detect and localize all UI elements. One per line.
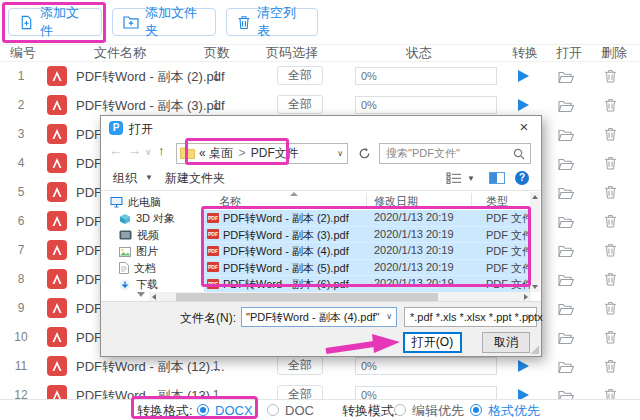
help-icon[interactable]: ? — [515, 171, 529, 185]
delete-button[interactable] — [604, 330, 617, 348]
delete-button[interactable] — [604, 301, 617, 319]
sidebar-item-downloads[interactable]: 下载 — [105, 277, 199, 294]
filetype-combobox[interactable]: *.pdf *.xls *.xlsx *.ppt *.pptx ∨ — [404, 307, 537, 327]
delete-button[interactable] — [604, 127, 617, 145]
pdf-mini-icon: PDF — [207, 213, 219, 223]
combo-caret-icon[interactable]: ∨ — [526, 308, 532, 326]
column-divider[interactable] — [471, 193, 472, 209]
open-folder-button[interactable] — [558, 128, 574, 146]
filename-combobox[interactable]: "PDF转Word - 副本 (4).pdf" "PD ∨ — [241, 307, 397, 327]
column-divider[interactable] — [366, 193, 367, 209]
refresh-button[interactable] — [353, 143, 375, 164]
open-folder-button[interactable] — [558, 215, 574, 233]
scroll-right-icon[interactable] — [524, 294, 528, 300]
dialog-titlebar[interactable]: P 打开 × — [101, 116, 541, 140]
address-dropdown-caret[interactable]: ∨ — [337, 144, 343, 163]
up-icon[interactable]: ↑ — [158, 143, 165, 158]
column-name[interactable]: 名称 — [219, 194, 241, 209]
delete-button[interactable] — [604, 272, 617, 290]
breadcrumb-desktop[interactable]: 桌面 — [209, 146, 233, 160]
column-type[interactable]: 类型 — [486, 194, 508, 209]
delete-button[interactable] — [604, 359, 617, 377]
resize-grip[interactable] — [531, 346, 539, 354]
preview-pane-icon[interactable] — [489, 172, 505, 184]
forward-icon[interactable]: → — [128, 143, 141, 158]
sidebar-item-this-pc[interactable]: 此电脑 — [105, 194, 199, 211]
vertical-scrollbar[interactable] — [530, 192, 540, 292]
scroll-up-icon[interactable] — [532, 195, 538, 199]
file-row-selected[interactable]: PDF PDF转Word - 副本 (2).pdf 2020/1/13 20:1… — [204, 210, 530, 227]
sidebar-item-pictures[interactable]: 图片 — [105, 244, 199, 261]
page-select-button[interactable]: 全部 — [277, 66, 323, 85]
radio-docx-label[interactable]: DOCX — [215, 400, 253, 420]
search-input[interactable]: 搜索"PDF文件" — [379, 143, 531, 164]
pdf-file-icon — [47, 95, 67, 115]
scrollbar-thumb[interactable] — [176, 293, 438, 301]
radio-doc-label[interactable]: DOC — [285, 400, 314, 420]
folder-plus-icon — [123, 15, 139, 29]
scroll-down-icon[interactable] — [532, 285, 538, 289]
new-folder-button[interactable]: 新建文件夹 — [165, 170, 225, 187]
file-row-selected[interactable]: PDF PDF转Word - 副本 (6).pdf 2020/1/13 20:1… — [204, 276, 530, 293]
file-row-selected[interactable]: PDF PDF转Word - 副本 (3).pdf 2020/1/13 20:1… — [204, 227, 530, 244]
address-bar[interactable]: « 桌面 > PDF文件 ∨ — [176, 143, 348, 164]
convert-play-button[interactable] — [518, 360, 529, 372]
delete-button[interactable] — [604, 98, 617, 116]
radio-docx[interactable] — [197, 404, 209, 416]
open-folder-button[interactable] — [558, 186, 574, 204]
file-type: PDF 文件 — [486, 277, 533, 292]
file-row-selected[interactable]: PDF PDF转Word - 副本 (5).pdf 2020/1/13 20:1… — [204, 260, 530, 277]
scroll-left-icon[interactable] — [152, 294, 156, 300]
add-folder-button[interactable]: 添加文件夹 — [112, 8, 216, 36]
cancel-button[interactable]: 取消 — [482, 332, 530, 353]
open-folder-button[interactable] — [558, 157, 574, 175]
radio-edit-priority-label[interactable]: 编辑优先 — [412, 400, 464, 420]
open-folder-icon — [558, 216, 574, 229]
delete-button[interactable] — [604, 185, 617, 203]
clear-list-button[interactable]: 清空列表 — [226, 8, 318, 36]
delete-button[interactable] — [604, 156, 617, 174]
page-select-button[interactable]: 全部 — [277, 95, 323, 114]
filetype-value: *.pdf *.xls *.xlsx *.ppt *.pptx — [410, 308, 543, 326]
delete-button[interactable] — [604, 69, 617, 87]
organize-button[interactable]: 组织 — [113, 170, 137, 187]
progress-bar: 0% — [355, 67, 497, 85]
convert-play-button[interactable] — [518, 99, 529, 111]
page-select-button[interactable]: 全部 — [277, 356, 323, 375]
sidebar-label: 视频 — [137, 228, 159, 243]
open-folder-button[interactable] — [558, 273, 574, 291]
radio-format-priority[interactable] — [470, 404, 482, 416]
sidebar-scroll-down-icon[interactable] — [137, 292, 145, 297]
close-icon[interactable]: × — [507, 116, 541, 140]
column-date[interactable]: 修改日期 — [374, 194, 418, 209]
combo-caret-icon[interactable]: ∨ — [386, 308, 392, 326]
open-folder-button[interactable] — [558, 360, 574, 378]
radio-format-priority-label[interactable]: 格式优先 — [488, 400, 540, 420]
sidebar-item-documents[interactable]: 文档 — [105, 260, 199, 277]
open-folder-button[interactable] — [558, 99, 574, 117]
view-caret-icon[interactable]: ▼ — [467, 174, 475, 183]
open-folder-button[interactable] — [558, 70, 574, 88]
trash-icon — [604, 214, 617, 228]
back-icon[interactable]: ← — [109, 143, 122, 158]
delete-button[interactable] — [604, 214, 617, 232]
convert-play-button[interactable] — [518, 70, 529, 82]
add-file-button[interactable]: 添加文件 — [8, 8, 102, 36]
open-confirm-button[interactable]: 打开(O) — [403, 332, 462, 353]
radio-edit-priority[interactable] — [394, 404, 406, 416]
delete-button[interactable] — [604, 243, 617, 261]
file-row-selected[interactable]: PDF PDF转Word - 副本 (4).pdf 2020/1/13 20:1… — [204, 243, 530, 260]
breadcrumb-folder[interactable]: PDF文件 — [251, 146, 299, 160]
open-folder-button[interactable] — [558, 244, 574, 262]
progress-value: 0% — [361, 70, 377, 82]
radio-doc[interactable] — [267, 404, 279, 416]
view-list-icon[interactable] — [446, 172, 462, 184]
breadcrumb-separator: > — [236, 146, 247, 160]
open-folder-button[interactable] — [558, 302, 574, 320]
open-folder-button[interactable] — [558, 331, 574, 349]
file-date: 2020/1/13 20:19 — [374, 244, 454, 256]
sidebar-item-3d-objects[interactable]: 3D 对象 — [105, 211, 199, 228]
breadcrumb-overflow[interactable]: « — [199, 146, 206, 160]
history-caret-icon[interactable]: ∨ — [145, 147, 152, 157]
sidebar-item-videos[interactable]: 视频 — [105, 227, 199, 244]
